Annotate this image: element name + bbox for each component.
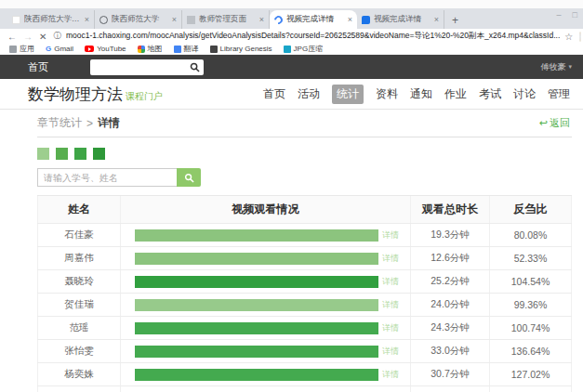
- tab-close-icon[interactable]: ×: [259, 15, 264, 24]
- tab-statistics[interactable]: 统计: [332, 85, 364, 104]
- table-row: 杨奕姝 详情 30.7分钟 127.02%: [37, 363, 572, 386]
- minimize-button[interactable]: –: [557, 10, 562, 20]
- tab-school-platform[interactable]: 陕西师范大学网络教学平 ×: [7, 10, 95, 29]
- student-name: 范瑶: [37, 317, 121, 339]
- tab-activity[interactable]: 活动: [298, 86, 320, 102]
- maximize-button[interactable]: □: [573, 10, 577, 20]
- detail-link[interactable]: 详情: [382, 346, 399, 358]
- page-info-icon[interactable]: ⓘ: [53, 31, 61, 42]
- legend-swatch-4: [93, 148, 105, 160]
- detail-link[interactable]: 详情: [382, 229, 399, 242]
- student-name: 杨奕姝: [37, 363, 121, 385]
- tab-exams[interactable]: 考试: [479, 86, 501, 102]
- chevron-down-icon: ▾: [568, 63, 572, 71]
- tab-close-icon[interactable]: ×: [85, 15, 89, 24]
- page-favicon: [187, 16, 195, 24]
- tab-homework[interactable]: 作业: [444, 86, 467, 102]
- bookmark-youtube[interactable]: YouTube: [85, 45, 126, 53]
- detail-link[interactable]: 详情: [382, 322, 399, 334]
- tab-materials[interactable]: 资料: [376, 86, 398, 102]
- forward-button[interactable]: →: [23, 32, 33, 42]
- course-portal-link[interactable]: 课程门户: [126, 90, 163, 103]
- search-icon: [184, 173, 194, 183]
- site-home-link[interactable]: 首页: [28, 60, 48, 74]
- bookmark-jpg[interactable]: JPG压缩: [284, 44, 324, 54]
- window-title-bar: [0, 0, 583, 8]
- site-top-nav: 首页 傅牧豪 ▾: [0, 55, 583, 79]
- rumination-ratio: 80.08%: [490, 224, 572, 246]
- bookmark-apps[interactable]: 应用: [9, 44, 34, 54]
- student-search-input[interactable]: [37, 168, 177, 187]
- bookmark-maps[interactable]: 地图: [138, 44, 163, 54]
- watch-duration: [411, 386, 490, 392]
- watch-duration: 25.2分钟: [411, 270, 490, 293]
- rumination-ratio: 52.33%: [490, 247, 572, 269]
- tab-title: 视频完成详情: [374, 14, 431, 25]
- header-ratio: 反刍比: [490, 196, 572, 223]
- bookmark-gmail[interactable]: G Gmail: [46, 45, 73, 53]
- bookmark-star-icon[interactable]: ☆: [564, 32, 573, 42]
- tab-close-icon[interactable]: ×: [434, 15, 439, 24]
- header-name: 姓名: [37, 196, 121, 223]
- tab-university[interactable]: 陕西师范大学 ×: [95, 10, 182, 29]
- watch-progress-bar: [135, 299, 378, 311]
- back-arrow-icon: ↩: [539, 117, 548, 129]
- search-icon: [190, 62, 200, 72]
- tab-notifications[interactable]: 通知: [410, 86, 432, 102]
- address-bar[interactable]: ⓘ mooc1-1.chaoxing.com/moocAnalysis/getV…: [53, 31, 573, 42]
- detail-link[interactable]: 详情: [382, 369, 399, 381]
- tab-discussion[interactable]: 讨论: [513, 86, 536, 102]
- back-link[interactable]: ↩ 返回: [539, 116, 570, 130]
- tab-video-detail-2[interactable]: 视频完成详情 ×: [357, 10, 444, 29]
- apps-grid-icon: [9, 46, 17, 53]
- legend-swatch-3: [74, 148, 86, 160]
- main-content: 章节统计 > 详情 ↩ 返回 姓名: [0, 110, 583, 392]
- library-genesis-icon: [210, 46, 218, 53]
- user-menu[interactable]: 傅牧豪 ▾: [540, 61, 572, 73]
- watch-progress-bar: [135, 346, 378, 358]
- loading-spinner-icon: [272, 14, 285, 26]
- profile-avatar[interactable]: [579, 32, 581, 42]
- watch-progress-bar: [135, 253, 378, 265]
- student-search-button[interactable]: [177, 168, 201, 187]
- tab-close-icon[interactable]: ×: [348, 15, 352, 24]
- watch-duration: 30.7分钟: [411, 363, 490, 385]
- browser-window: 陕西师范大学网络教学平 × 陕西师范大学 × 教师管理页面 × 视频完成详情 ×…: [0, 0, 583, 392]
- site-search-input[interactable]: [90, 59, 204, 75]
- rumination-ratio: 136.64%: [490, 340, 572, 362]
- table-row: 石佳豪 详情 19.3分钟 80.08%: [37, 224, 572, 247]
- back-button[interactable]: ←: [7, 32, 17, 42]
- detail-link[interactable]: 详情: [382, 276, 399, 288]
- stop-button[interactable]: ✕: [39, 32, 46, 42]
- new-tab-button[interactable]: +: [444, 14, 466, 29]
- tab-home[interactable]: 首页: [263, 86, 285, 102]
- watch-progress-bar: [135, 369, 378, 381]
- detail-link[interactable]: 详情: [382, 253, 399, 265]
- maps-icon: [138, 46, 145, 53]
- doc-favicon: [362, 16, 370, 24]
- detail-link[interactable]: 详情: [382, 299, 399, 311]
- header-duration: 观看总时长: [411, 196, 490, 223]
- watch-duration: 33.0分钟: [411, 340, 490, 362]
- watch-duration: 12.6分钟: [411, 247, 490, 269]
- tab-title: 陕西师范大学: [112, 14, 168, 25]
- tab-teacher-admin[interactable]: 教师管理页面 ×: [182, 10, 270, 29]
- bookmark-libgen[interactable]: Library Genesis: [210, 45, 272, 53]
- translate-icon: [174, 46, 181, 53]
- student-name: 贺佳瑞: [37, 294, 121, 316]
- rumination-ratio: 100.74%: [490, 317, 572, 339]
- tab-video-detail-active[interactable]: 视频完成详情 ×: [270, 10, 357, 29]
- blank-favicon: [12, 16, 20, 24]
- course-title: 数学物理方法 课程门户: [28, 84, 163, 105]
- tab-title: 视频完成详情: [286, 14, 344, 25]
- rumination-ratio: [490, 386, 572, 392]
- bookmark-translate[interactable]: 翻译: [174, 44, 199, 54]
- gmail-icon: G: [46, 46, 51, 53]
- watch-level-legend: [37, 148, 572, 160]
- tab-manage[interactable]: 管理: [548, 86, 570, 102]
- table-header-row: 姓名 视频观看情况 观看总时长 反刍比: [37, 196, 572, 224]
- tab-close-icon[interactable]: ×: [172, 15, 177, 24]
- video-watch-table: 姓名 视频观看情况 观看总时长 反刍比 石佳豪 详情 19.3分钟 80.08%…: [37, 195, 572, 392]
- table-row: 聂晓玲 详情 25.2分钟 104.54%: [37, 270, 572, 294]
- breadcrumb-chapter-stats[interactable]: 章节统计: [37, 115, 82, 131]
